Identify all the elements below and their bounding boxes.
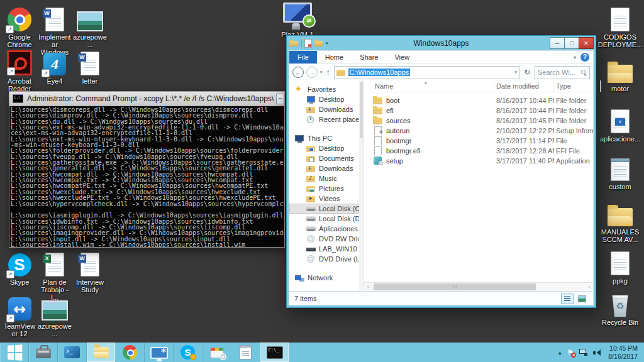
desktop-icon-teamviewer-12[interactable]: ↗TeamViewer 12 [3,293,36,337]
expand-ribbon-chevron[interactable]: ▾ [574,55,576,60]
back-button[interactable]: ← [292,67,304,78]
nav-item-dvd-rw-drive-j-ce[interactable]: DVD RW Drive (J:) CE [289,234,364,244]
nav-item-local-disk-d[interactable]: Local Disk (D:) [289,214,364,224]
scrollbar-thumb[interactable] [374,283,536,290]
file-row-sources[interactable]: sources8/16/2017 10:45 PMFile folder [373,116,593,126]
tab-view[interactable]: View [386,51,418,63]
desktop-icon-letter[interactable]: letter [73,48,107,85]
desktop-icon-ppkg[interactable]: ppkg [597,248,643,285]
explorer-title-bar[interactable]: ▾ Windows10apps ─ □ ✕ [289,36,594,50]
nav-item-recent-places[interactable]: Recent places [289,114,364,124]
close-button[interactable]: ✕ [579,37,594,49]
taskbar-button-display-settings[interactable] [145,343,174,362]
scrollbar-track[interactable] [372,283,586,291]
nav-item-downloads[interactable]: Downloads [289,163,364,173]
desktop-icon-motor[interactable]: motor [597,55,643,92]
taskbar-button-start[interactable] [0,343,29,362]
file-row-setup[interactable]: setup3/17/2017 11:40 PMApplication [373,156,593,166]
address-dropdown-chevron[interactable]: ▾ [514,70,517,75]
minimize-button[interactable]: ─ [550,37,565,49]
file-row-boot[interactable]: boot8/16/2017 10:44 PMFile folder [373,96,593,106]
nav-item-desktop[interactable]: Desktop [289,143,364,153]
show-hidden-icons-chevron[interactable]: ▴ [558,349,562,356]
file-row-bootmgr-efi[interactable]: bootmgr.efi3/18/2017 12:28 AMEFI File [373,146,593,156]
recent-locations-chevron[interactable]: ▾ [320,70,323,75]
horizontal-scrollbar[interactable]: ‹ › [364,282,593,291]
shortcut-arrow-icon: ↗ [42,69,50,77]
taskbar-clock[interactable]: 10:45 PM 8/16/2017 [608,344,639,360]
desktop-icon-codigos-deployme[interactable]: CODIGOS DEPLOYME... [597,4,643,48]
nav-pane-scrollbar[interactable] [359,80,364,291]
nav-item-pictures[interactable]: Pictures [289,184,364,194]
desktop-icon-plaz-vm-1[interactable]: Plaz-VM-1 [280,1,314,38]
cmd-minimize-button[interactable]: ─ [276,94,284,104]
cmd-title-bar[interactable]: Administrator: Command Prompt - xcopy L:… [9,92,284,106]
network-icon[interactable] [579,349,587,356]
taskbar-button-notepad[interactable] [231,343,260,362]
desktop-icon-aplicacione[interactable]: aplicacione... [597,106,643,143]
nav-item-documents[interactable]: Documents [289,153,364,163]
desktop[interactable]: { "colors": { "desktop_background": "#38… [0,0,644,362]
file-name-cell: boot [373,96,494,105]
forward-button[interactable]: → [306,67,318,78]
taskbar-button-command-prompt[interactable] [260,343,289,362]
notepad-icon [240,345,252,359]
tab-file[interactable]: File [289,51,317,63]
taskbar-button-chrome[interactable] [116,343,145,362]
file-row-efi[interactable]: efi8/16/2017 10:44 PMFile folder [373,106,593,116]
folder-music-icon [306,175,316,183]
taskbar-button-skype[interactable] [174,343,203,362]
column-header-type[interactable]: Type [554,80,601,92]
desktop-icon-recycle-bin[interactable]: Recycle Bin [597,289,643,326]
file-row-bootmgr[interactable]: bootmgr3/17/2017 11:14 PMFile [373,136,593,146]
taskbar-button-file-explorer[interactable] [87,343,116,362]
address-bar[interactable]: C:\Windows10apps ▾ [334,66,519,79]
thumbnails-view-button[interactable] [575,293,588,304]
taskbar-button-installer[interactable] [203,343,231,362]
taskbar-button-server-manager[interactable] [29,343,58,362]
tab-home[interactable]: Home [317,51,352,63]
nav-item-downloads[interactable]: Downloads [289,104,364,114]
desktop-icon-interview-study[interactable]: Interview Study [73,249,107,293]
up-button[interactable]: ↑ [325,68,331,77]
desktop-icon-google-chrome[interactable]: ↗Google Chrome [3,4,36,48]
refresh-button[interactable]: ↻ [522,68,532,77]
nav-item-favorites[interactable]: Favorites [289,84,364,94]
desktop-icon-custom[interactable]: custom [597,153,643,190]
nav-item-desktop[interactable]: Desktop [289,94,364,104]
help-icon[interactable]: ? [580,53,589,62]
properties-icon[interactable] [304,39,312,48]
desktop-icon-azurepowe[interactable]: azurepowe... [38,293,72,337]
nav-item-aplicaciones-e[interactable]: Aplicaciones (E:) [289,224,364,234]
scroll-left-arrow[interactable]: ‹ [364,283,372,291]
action-center-flag-icon[interactable]: ⚑ [567,349,574,356]
scroll-right-arrow[interactable]: › [586,283,593,291]
taskbar-button-powershell[interactable] [58,343,87,362]
customize-toolbar-chevron[interactable]: ▾ [326,41,328,46]
desktop-icon-label: ppkg [597,277,643,285]
column-header-name[interactable]: Name [373,80,494,92]
maximize-button[interactable]: □ [564,37,579,49]
nav-item-lab-win10-k[interactable]: LAB_WIN10 (K:) [289,244,364,254]
desktop-icon-eye4[interactable]: ↗Eye4 [38,48,72,85]
file-list-pane: ▴ NameDate modifiedType boot8/16/2017 10… [364,80,593,291]
desktop-icon-skype[interactable]: ↗Skype [3,249,36,286]
volume-icon[interactable] [593,349,602,356]
nav-item-dvd-drive-l-cena[interactable]: DVD Drive (L:) CENA [289,254,364,264]
nav-item-this-pc[interactable]: This PC [289,133,364,143]
details-view-button[interactable] [561,293,574,304]
desktop-icon-manuales-sccm-av[interactable]: MANUALES SCCM AV... [597,199,643,243]
desktop-icon-azurepowe[interactable]: azurepowe... [73,4,107,48]
text-file-icon [611,8,630,31]
file-row-autorun[interactable]: autorun2/10/2017 12:22 PMSetup Informati… [373,126,593,136]
tab-share[interactable]: Share [352,51,386,63]
search-input[interactable]: Search Wi... [535,66,590,79]
remote-desktop-icon [283,3,312,23]
column-header-date-modified[interactable]: Date modified [494,80,554,92]
nav-item-videos[interactable]: Videos [289,194,364,204]
ribbon-tab-list: FileHomeShareView [289,51,418,63]
nav-item-local-disk-c[interactable]: Local Disk (C:) [289,204,364,214]
nav-item-network[interactable]: Network [289,273,364,283]
nav-item-music[interactable]: Music [289,173,364,184]
new-folder-icon[interactable] [314,40,323,47]
